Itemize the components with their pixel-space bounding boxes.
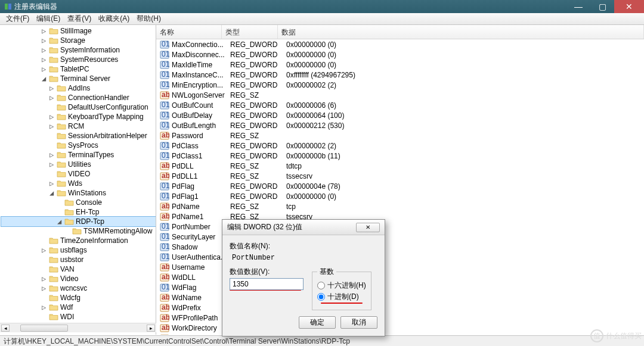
tree-item[interactable]: ▷Video <box>1 274 156 283</box>
tree-item[interactable]: ▷TabletPC <box>1 64 156 74</box>
tree-twisty-icon[interactable]: ▷ <box>40 64 48 74</box>
tree-item[interactable]: ▷Wds <box>1 179 156 188</box>
tree-item[interactable]: ▷Utilities <box>1 160 156 169</box>
col-name[interactable]: 名称 <box>156 25 222 39</box>
tree-twisty-icon[interactable]: ◢ <box>55 217 63 226</box>
menu-edit[interactable]: 编辑(E) <box>33 13 64 25</box>
ok-button[interactable]: 确定 <box>299 316 336 329</box>
tree-item[interactable]: SessionArbitrationHelper <box>1 131 156 141</box>
list-row[interactable]: PdDLL1REG_SZtssecsrv <box>156 171 644 181</box>
list-row[interactable]: PdNameREG_SZtcp <box>156 201 644 211</box>
list-row[interactable]: MaxIdleTimeREG_DWORD0x00000000 (0) <box>156 60 644 70</box>
menu-help[interactable]: 帮助(H) <box>133 13 165 25</box>
list-row[interactable]: PdClassREG_DWORD0x00000002 (2) <box>156 141 644 151</box>
list-row[interactable]: OutBufCountREG_DWORD0x00000006 (6) <box>156 100 644 110</box>
tree-twisty-icon[interactable]: ◢ <box>48 188 55 198</box>
tree-item[interactable]: ▷wcncsvc <box>1 283 156 293</box>
scroll-left-arrow[interactable]: ◂ <box>1 325 10 332</box>
tree-twisty-icon[interactable]: ▷ <box>40 26 48 36</box>
radio-dec[interactable]: 十进制(D) <box>317 292 366 302</box>
tree-item-label: SystemResources <box>60 55 118 64</box>
tree-twisty-icon[interactable]: ◢ <box>40 74 48 83</box>
list-row[interactable]: OutBufDelayREG_DWORD0x00000064 (100) <box>156 110 644 120</box>
dialog-close-button[interactable]: ✕ <box>356 223 380 232</box>
col-data[interactable]: 数据 <box>278 25 644 39</box>
tree-item-label: WinStations <box>68 188 106 198</box>
tree-item[interactable]: ▷KeyboardType Mapping <box>1 112 156 121</box>
radio-hex-input[interactable] <box>317 282 325 289</box>
folder-icon <box>57 141 66 149</box>
tree-item[interactable]: ▷Wdf <box>1 303 156 312</box>
tree-item[interactable]: WDI <box>1 312 156 322</box>
close-button[interactable]: ✕ <box>614 0 644 13</box>
radio-hex[interactable]: 十六进制(H) <box>317 280 366 291</box>
folder-icon <box>72 227 82 235</box>
tree-item[interactable]: ▷StillImage <box>1 26 156 36</box>
tree-item[interactable]: VIDEO <box>1 169 156 179</box>
tree-twisty-icon[interactable]: ▷ <box>48 179 55 188</box>
tree-twisty-icon[interactable]: ▷ <box>48 83 55 93</box>
value-data-cell: 0x00000212 (530) <box>286 121 644 130</box>
tree-twisty-icon[interactable]: ▷ <box>40 283 48 293</box>
tree-item[interactable]: TSMMRemotingAllow <box>1 226 156 236</box>
list-row[interactable]: PasswordREG_SZ <box>156 130 644 141</box>
list-row[interactable]: MaxInstanceC...REG_DWORD0xffffffff (4294… <box>156 70 644 80</box>
list-row[interactable]: MaxConnectio...REG_DWORD0x00000000 (0) <box>156 39 644 49</box>
tree-item[interactable]: ▷RCM <box>1 121 156 131</box>
tree-twisty-icon[interactable]: ▷ <box>48 112 55 121</box>
tree-item[interactable]: usbstor <box>1 255 156 264</box>
list-row[interactable]: PdDLLREG_SZtdtcp <box>156 161 644 171</box>
list-row[interactable]: PdFlag1REG_DWORD0x00000000 (0) <box>156 191 644 201</box>
list-row[interactable]: MinEncryption...REG_DWORD0x00000002 (2) <box>156 80 644 90</box>
menu-file[interactable]: 文件(F) <box>2 13 33 25</box>
list-row[interactable]: PdFlagREG_DWORD0x0000004e (78) <box>156 181 644 191</box>
maximize-button[interactable]: ▢ <box>590 0 614 13</box>
list-row[interactable]: PdClass1REG_DWORD0x0000000b (11) <box>156 151 644 161</box>
minimize-button[interactable]: — <box>566 0 590 13</box>
tree-twisty-icon[interactable]: ▷ <box>48 160 55 169</box>
string-icon <box>160 273 169 282</box>
tree-item[interactable]: TimeZoneInformation <box>1 236 156 245</box>
tree-item[interactable]: ◢Terminal Server <box>1 74 156 83</box>
menu-favorites[interactable]: 收藏夹(A) <box>95 13 133 25</box>
cancel-button[interactable]: 取消 <box>340 316 377 329</box>
tree-item[interactable]: ▷usbflags <box>1 245 156 255</box>
tree-item[interactable]: DefaultUserConfiguration <box>1 102 156 112</box>
tree-item-label: StillImage <box>60 26 92 36</box>
tree-item[interactable]: ▷AddIns <box>1 83 156 93</box>
list-row[interactable]: OutBufLengthREG_DWORD0x00000212 (530) <box>156 120 644 130</box>
tree-item[interactable]: ▷SystemResources <box>1 55 156 64</box>
tree-twisty-icon[interactable]: ▷ <box>40 245 48 255</box>
tree-item[interactable]: VAN <box>1 264 156 274</box>
tree-twisty-icon[interactable]: ▷ <box>40 303 48 312</box>
tree-item[interactable]: ▷TerminalTypes <box>1 150 156 160</box>
tree-item[interactable]: ◢WinStations <box>1 188 156 198</box>
tree-twisty-icon[interactable]: ▷ <box>48 93 55 102</box>
tree-item[interactable]: ▷SystemInformation <box>1 45 156 55</box>
scroll-thumb[interactable] <box>20 325 68 332</box>
tree-twisty-icon[interactable]: ▷ <box>48 150 55 160</box>
list-row[interactable]: MaxDisconnec...REG_DWORD0x00000000 (0) <box>156 49 644 60</box>
value-data-cell: 0x00000000 (0) <box>286 40 644 49</box>
tree-twisty-icon[interactable]: ▷ <box>40 36 48 45</box>
tree-item[interactable]: ▷Storage <box>1 36 156 45</box>
tree-item[interactable]: Console <box>1 198 156 207</box>
tree-item[interactable]: SysProcs <box>1 141 156 150</box>
tree-item[interactable]: Wdcfg <box>1 293 156 303</box>
scroll-right-arrow[interactable]: ▸ <box>147 325 155 332</box>
radio-dec-input[interactable] <box>317 293 325 301</box>
tree-twisty-icon[interactable]: ▷ <box>48 121 55 131</box>
tree-twisty-icon[interactable]: ▷ <box>40 55 48 64</box>
tree-scrollbar[interactable]: ◂ ▸ <box>0 323 156 332</box>
value-type-cell: REG_SZ <box>230 91 286 99</box>
tree-twisty-icon[interactable]: ▷ <box>40 274 48 283</box>
menu-view[interactable]: 查看(V) <box>64 13 95 25</box>
tree-twisty-icon[interactable]: ▷ <box>40 45 48 55</box>
tree-item[interactable]: EH-Tcp <box>1 207 156 217</box>
value-data-input[interactable] <box>230 278 304 290</box>
tree-pane[interactable]: ▷StillImage▷Storage▷SystemInformation▷Sy… <box>0 25 156 335</box>
list-row[interactable]: NWLogonServerREG_SZ <box>156 90 644 100</box>
tree-item[interactable]: ◢RDP-Tcp <box>1 217 156 226</box>
tree-item[interactable]: ▷ConnectionHandler <box>1 93 156 102</box>
col-type[interactable]: 类型 <box>222 25 278 39</box>
